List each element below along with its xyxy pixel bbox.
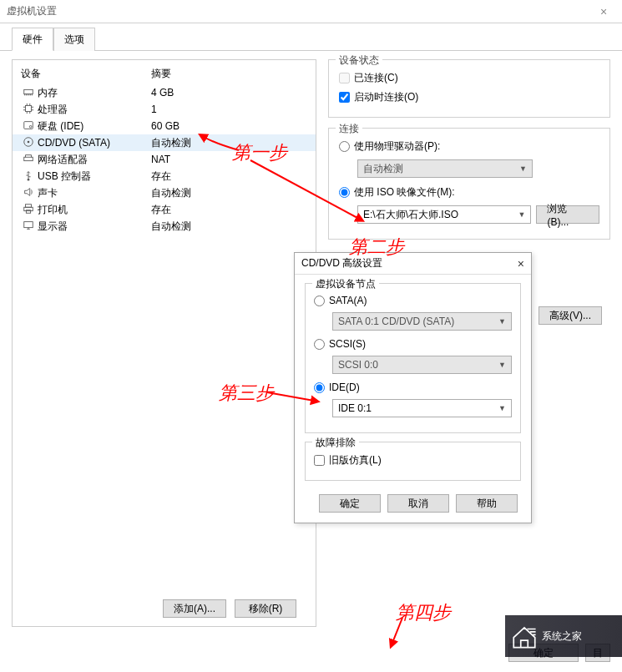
status-group: 设备状态 已连接(C) 启动时连接(O) xyxy=(328,59,610,118)
device-row-net[interactable]: 网络适配器NAT xyxy=(13,151,316,168)
chevron-down-icon: ▼ xyxy=(498,404,506,412)
iso-file-radio[interactable]: 使用 ISO 映像文件(M): xyxy=(339,185,455,200)
svg-rect-11 xyxy=(24,222,33,228)
modal-ok-button[interactable]: 确定 xyxy=(319,494,381,513)
sata-radio[interactable]: SATA(A) xyxy=(314,295,367,306)
svg-rect-8 xyxy=(26,205,32,208)
svg-point-3 xyxy=(29,125,32,128)
advanced-button-wrap: 高级(V)... xyxy=(539,306,602,325)
troubleshoot-group: 故障排除 旧版仿真(L) xyxy=(305,442,521,481)
scsi-radio[interactable]: SCSI(S) xyxy=(314,338,366,350)
memory-icon xyxy=(21,86,36,99)
chevron-down-icon: ▼ xyxy=(518,210,525,219)
status-group-title: 设备状态 xyxy=(336,53,382,68)
physical-drive-radio[interactable]: 使用物理驱动器(P): xyxy=(339,139,440,154)
physical-drive-combo[interactable]: 自动检测 ▼ xyxy=(357,159,533,178)
disk-icon xyxy=(21,119,36,133)
device-row-print[interactable]: 打印机存在 xyxy=(13,201,316,218)
header-device: 设备 xyxy=(21,67,151,81)
watermark: 系统之家 xyxy=(505,615,622,657)
device-row-usb[interactable]: USB 控制器存在 xyxy=(13,168,316,184)
header-summary: 摘要 xyxy=(151,67,171,81)
tab-hardware[interactable]: 硬件 xyxy=(12,28,53,51)
modal-cancel-button[interactable]: 取消 xyxy=(387,494,449,513)
connection-group-title: 连接 xyxy=(336,122,362,136)
device-row-sound[interactable]: 声卡自动检测 xyxy=(13,184,316,201)
titlebar: 虚拟机设置 × xyxy=(0,0,622,23)
scsi-combo[interactable]: SCSI 0:0 ▼ xyxy=(332,356,512,374)
advanced-modal: CD/DVD 高级设置 × 虚拟设备节点 SATA(A) SATA 0:1 CD… xyxy=(294,252,532,523)
ide-combo[interactable]: IDE 0:1 ▼ xyxy=(332,399,512,417)
chevron-down-icon: ▼ xyxy=(498,361,506,369)
print-icon xyxy=(21,203,36,216)
modal-footer: 确定 取消 帮助 xyxy=(305,489,521,513)
device-row-memory[interactable]: 内存4 GB xyxy=(13,84,316,101)
net-icon xyxy=(21,153,36,166)
device-header-row: 设备 摘要 xyxy=(13,65,316,84)
tab-options[interactable]: 选项 xyxy=(53,28,95,51)
iso-file-combo[interactable]: E:\石大师\石大师.ISO ▼ xyxy=(357,205,531,224)
window-title: 虚拟机设置 xyxy=(7,4,592,18)
modal-help-button[interactable]: 帮助 xyxy=(456,494,518,513)
device-row-disk[interactable]: 硬盘 (IDE)60 GB xyxy=(13,118,316,134)
add-button[interactable]: 添加(A)... xyxy=(163,599,226,618)
device-list: 内存4 GB处理器1硬盘 (IDE)60 GBCD/DVD (SATA)自动检测… xyxy=(13,84,316,235)
svg-rect-1 xyxy=(26,106,32,112)
chevron-down-icon: ▼ xyxy=(519,164,527,173)
device-panel: 设备 摘要 内存4 GB处理器1硬盘 (IDE)60 GBCD/DVD (SAT… xyxy=(12,59,316,627)
connection-group: 连接 使用物理驱动器(P): 自动检测 ▼ 使用 ISO 映像文件(M): E:… xyxy=(328,128,610,240)
device-row-cpu[interactable]: 处理器1 xyxy=(13,101,316,118)
sound-icon xyxy=(21,186,36,200)
sata-combo[interactable]: SATA 0:1 CD/DVD (SATA) ▼ xyxy=(332,312,512,331)
tab-strip: 硬件 选项 xyxy=(0,23,622,51)
display-icon xyxy=(21,220,36,233)
node-group: 虚拟设备节点 SATA(A) SATA 0:1 CD/DVD (SATA) ▼ … xyxy=(305,283,521,433)
cd-icon xyxy=(21,136,36,149)
svg-point-5 xyxy=(28,141,30,144)
svg-point-7 xyxy=(28,179,30,181)
chevron-down-icon: ▼ xyxy=(498,317,506,326)
advanced-button[interactable]: 高级(V)... xyxy=(539,306,602,325)
device-footer: 添加(A)... 移除(R) xyxy=(163,599,296,618)
cpu-icon xyxy=(21,103,36,116)
remove-button[interactable]: 移除(R) xyxy=(235,599,296,618)
usb-icon xyxy=(21,169,36,183)
house-icon xyxy=(510,622,539,650)
connect-on-power-checkbox[interactable]: 启动时连接(O) xyxy=(339,90,418,104)
browse-button[interactable]: 浏览(B)... xyxy=(536,205,599,224)
ide-radio[interactable]: IDE(D) xyxy=(314,381,360,393)
connected-checkbox[interactable]: 已连接(C) xyxy=(339,71,398,85)
close-icon[interactable]: × xyxy=(592,5,615,18)
svg-rect-6 xyxy=(24,157,33,160)
svg-rect-0 xyxy=(24,89,33,93)
modal-titlebar: CD/DVD 高级设置 × xyxy=(295,253,531,275)
close-icon[interactable]: × xyxy=(518,257,524,270)
legacy-checkbox[interactable]: 旧版仿真(L) xyxy=(314,453,382,467)
device-row-cd[interactable]: CD/DVD (SATA)自动检测 xyxy=(13,134,316,151)
device-row-display[interactable]: 显示器自动检测 xyxy=(13,218,316,235)
